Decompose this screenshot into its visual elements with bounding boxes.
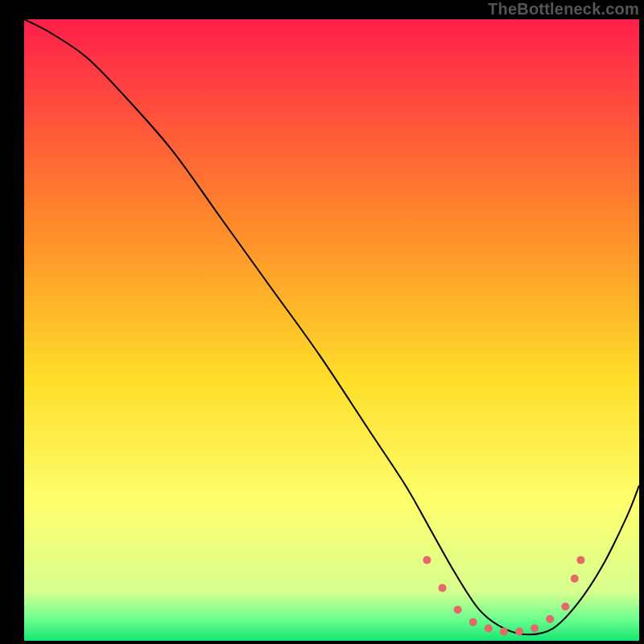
marker-dot: [454, 605, 462, 613]
marker-dot: [439, 584, 447, 592]
marker-dot: [561, 603, 569, 611]
chart-container: TheBottleneck.com: [0, 0, 644, 644]
bottleneck-chart: [0, 0, 644, 644]
gradient-background: [24, 19, 639, 641]
marker-dot: [515, 627, 523, 635]
marker-dot: [576, 556, 584, 564]
marker-dot: [571, 575, 579, 583]
marker-dot: [469, 618, 477, 626]
marker-dot: [546, 615, 554, 623]
marker-dot: [500, 627, 508, 635]
watermark-text: TheBottleneck.com: [488, 0, 639, 19]
marker-dot: [485, 625, 493, 633]
marker-dot: [423, 556, 431, 564]
marker-dot: [530, 625, 539, 633]
